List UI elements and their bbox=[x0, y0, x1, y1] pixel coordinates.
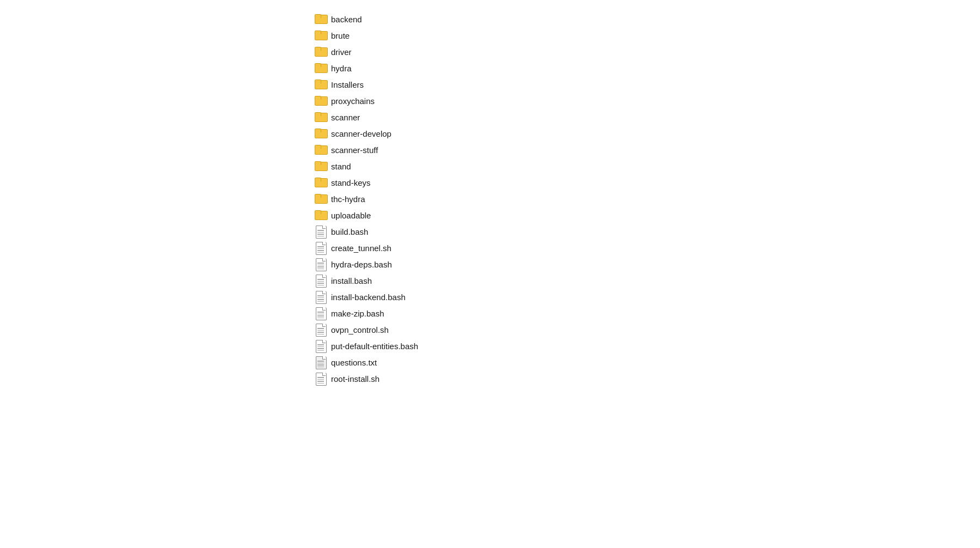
item-name: root-install.sh bbox=[331, 374, 379, 383]
folder-icon bbox=[315, 62, 327, 74]
list-item[interactable]: build.bash bbox=[310, 223, 980, 240]
file-icon-container bbox=[315, 258, 327, 270]
folder-icon bbox=[315, 193, 327, 205]
file-icon-container bbox=[315, 307, 327, 319]
folder-icon bbox=[315, 160, 327, 172]
item-name: create_tunnel.sh bbox=[331, 243, 391, 253]
item-name: backend bbox=[331, 15, 362, 24]
list-item[interactable]: hydra-deps.bash bbox=[310, 256, 980, 272]
folder-icon bbox=[315, 95, 327, 107]
item-name: uploadable bbox=[331, 211, 371, 220]
item-name: scanner-develop bbox=[331, 129, 391, 138]
list-item[interactable]: uploadable bbox=[310, 207, 980, 223]
item-name: make-zip.bash bbox=[331, 309, 384, 318]
list-item[interactable]: questions.txt bbox=[310, 354, 980, 370]
list-item[interactable]: root-install.sh bbox=[310, 370, 980, 387]
list-item[interactable]: brute bbox=[310, 27, 980, 44]
folder-icon bbox=[315, 176, 327, 188]
list-item[interactable]: hydra bbox=[310, 60, 980, 76]
folder-icon bbox=[315, 78, 327, 90]
list-item[interactable]: stand-keys bbox=[310, 174, 980, 191]
file-icon-container bbox=[315, 356, 327, 368]
item-name: driver bbox=[331, 47, 352, 57]
list-item[interactable]: Installers bbox=[310, 76, 980, 93]
list-item[interactable]: put-default-entities.bash bbox=[310, 338, 980, 354]
list-item[interactable]: create_tunnel.sh bbox=[310, 240, 980, 256]
item-name: stand-keys bbox=[331, 178, 371, 187]
folder-icon bbox=[315, 209, 327, 221]
list-item[interactable]: stand bbox=[310, 158, 980, 174]
folder-icon bbox=[315, 46, 327, 58]
list-item[interactable]: make-zip.bash bbox=[310, 305, 980, 321]
folder-icon bbox=[315, 13, 327, 25]
item-name: put-default-entities.bash bbox=[331, 342, 418, 351]
list-item[interactable]: scanner-develop bbox=[310, 125, 980, 142]
list-item[interactable]: thc-hydra bbox=[310, 191, 980, 207]
item-name: hydra bbox=[331, 64, 352, 73]
item-name: proxychains bbox=[331, 96, 375, 106]
item-name: hydra-deps.bash bbox=[331, 260, 392, 269]
folder-icon bbox=[315, 144, 327, 156]
file-list: backend brute driver hydra bbox=[0, 0, 980, 398]
item-name: Installers bbox=[331, 80, 364, 89]
list-item[interactable]: backend bbox=[310, 11, 980, 27]
folder-icon bbox=[315, 127, 327, 139]
list-item[interactable]: install-backend.bash bbox=[310, 289, 980, 305]
list-item[interactable]: driver bbox=[310, 44, 980, 60]
list-item[interactable]: scanner-stuff bbox=[310, 142, 980, 158]
file-icon-container bbox=[315, 291, 327, 303]
file-icon-container bbox=[315, 340, 327, 352]
file-icon-container bbox=[315, 373, 327, 385]
item-name: thc-hydra bbox=[331, 194, 365, 204]
item-name: ovpn_control.sh bbox=[331, 325, 389, 334]
list-item[interactable]: proxychains bbox=[310, 93, 980, 109]
file-icon-container bbox=[315, 226, 327, 238]
list-item[interactable]: ovpn_control.sh bbox=[310, 321, 980, 338]
item-name: install-backend.bash bbox=[331, 293, 406, 302]
list-item[interactable]: install.bash bbox=[310, 272, 980, 289]
item-name: build.bash bbox=[331, 227, 368, 236]
folder-icon bbox=[315, 111, 327, 123]
item-name: questions.txt bbox=[331, 358, 377, 367]
list-item[interactable]: scanner bbox=[310, 109, 980, 125]
item-name: brute bbox=[331, 31, 350, 40]
file-icon-container bbox=[315, 242, 327, 254]
item-name: scanner-stuff bbox=[331, 145, 378, 155]
item-name: scanner bbox=[331, 113, 360, 122]
item-name: install.bash bbox=[331, 276, 372, 285]
file-icon-container bbox=[315, 324, 327, 336]
item-name: stand bbox=[331, 162, 351, 171]
file-icon-container bbox=[315, 275, 327, 287]
folder-icon bbox=[315, 29, 327, 41]
